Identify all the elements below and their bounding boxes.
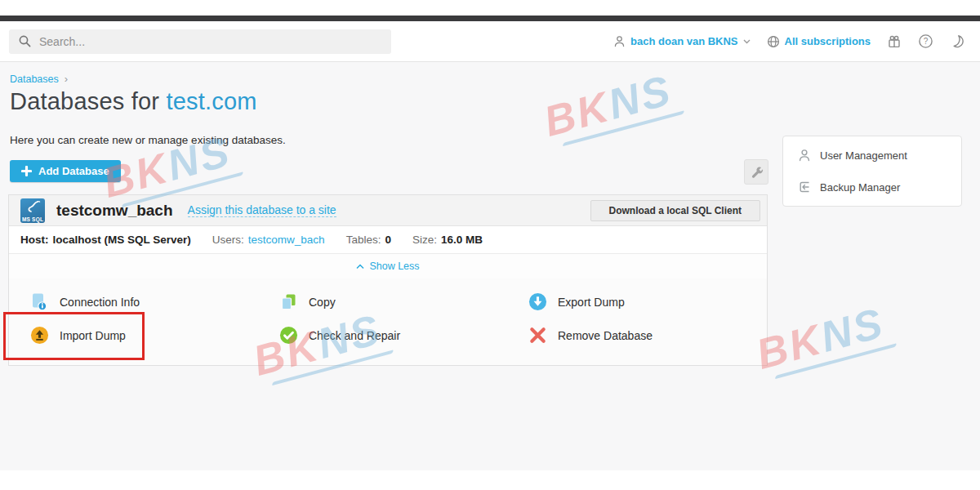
user-icon — [613, 35, 626, 47]
header-right: bach doan van BKNS All subscriptions ? — [613, 33, 964, 49]
plus-icon — [21, 166, 32, 176]
add-database-button[interactable]: Add Database — [10, 160, 121, 182]
tool-label: Remove Database — [558, 329, 653, 342]
download-sql-client-button[interactable]: Download a local SQL Client — [590, 200, 760, 221]
tool-label: Check and Repair — [309, 329, 400, 342]
tool-connection-info[interactable]: Connection Info — [29, 285, 278, 318]
promotions-gift-icon[interactable] — [887, 34, 902, 49]
backup-icon — [798, 180, 811, 194]
breadcrumb: Databases › — [10, 73, 68, 85]
sidebar-item-user-management[interactable]: User Management — [798, 149, 947, 162]
tool-copy[interactable]: Copy — [278, 285, 528, 318]
sidebar-item-label: Backup Manager — [820, 181, 900, 194]
remove-database-icon — [528, 327, 547, 344]
search-input[interactable] — [39, 35, 382, 48]
show-less-label: Show Less — [369, 261, 419, 272]
assign-database-link[interactable]: Assign this database to a site — [188, 203, 336, 217]
tool-label: Import Dump — [60, 329, 126, 342]
user-name: bach doan van BKNS — [630, 35, 737, 47]
connection-info-icon — [29, 292, 49, 311]
show-less-toggle[interactable]: Show Less — [356, 261, 419, 272]
size-label: Size: — [412, 234, 437, 246]
tool-label: Export Dump — [558, 296, 625, 309]
related-tools-card: User Management Backup Manager — [782, 136, 962, 207]
all-subscriptions-link[interactable]: All subscriptions — [767, 35, 871, 48]
header: bach doan van BKNS All subscriptions ? — [0, 21, 980, 62]
tool-remove-database[interactable]: Remove Database — [528, 318, 777, 352]
database-info-row: Host:localhost (MS SQL Server) Users:tes… — [9, 226, 767, 254]
page-title-prefix: Databases for — [10, 88, 166, 114]
mssql-badge-label: MS SQL — [20, 216, 45, 222]
breadcrumb-databases-link[interactable]: Databases — [10, 74, 59, 85]
host-label: Host: — [20, 234, 49, 246]
database-settings-button[interactable] — [744, 159, 768, 185]
tables-label: Tables: — [346, 234, 381, 246]
chevron-up-icon — [356, 264, 364, 270]
tool-export-dump[interactable]: Export Dump — [528, 285, 777, 318]
tables-value: 0 — [385, 234, 391, 246]
add-database-label: Add Database — [38, 165, 109, 177]
top-dark-bar — [0, 16, 980, 21]
dark-mode-moon-icon[interactable] — [950, 34, 964, 48]
database-tools: Connection Info Copy Export Dump Import … — [9, 278, 767, 365]
footer-area — [0, 470, 980, 490]
copy-icon — [278, 293, 298, 311]
wrench-icon — [750, 165, 764, 179]
sidebar-item-backup-manager[interactable]: Backup Manager — [798, 180, 947, 194]
mssql-icon: MS SQL — [20, 198, 45, 223]
search-box[interactable] — [9, 29, 391, 54]
all-subscriptions-label: All subscriptions — [785, 35, 871, 47]
chevron-down-icon — [743, 39, 751, 44]
tool-check-and-repair[interactable]: Check and Repair — [278, 318, 528, 352]
page-title: Databases for test.com — [10, 88, 257, 115]
check-and-repair-icon — [278, 326, 298, 345]
user-menu[interactable]: bach doan van BKNS — [613, 35, 750, 47]
globe-icon — [767, 35, 780, 48]
database-card: MS SQL testcomw_bach Assign this databas… — [8, 194, 768, 366]
database-card-header: MS SQL testcomw_bach Assign this databas… — [9, 195, 767, 226]
show-less-row: Show Less — [9, 254, 767, 278]
page-subtitle: Here you can create new or manage existi… — [10, 134, 286, 146]
tool-label: Copy — [309, 296, 336, 309]
sidebar-item-label: User Management — [820, 149, 907, 162]
import-dump-icon — [29, 326, 49, 345]
host-value: localhost (MS SQL Server) — [53, 234, 191, 246]
svg-text:?: ? — [924, 37, 929, 46]
export-dump-icon — [528, 292, 547, 311]
help-icon[interactable]: ? — [918, 33, 933, 49]
user-icon — [798, 149, 811, 162]
tool-label: Connection Info — [60, 296, 140, 309]
database-name: testcomw_bach — [56, 202, 173, 220]
users-value-link[interactable]: testcomw_bach — [248, 234, 325, 246]
search-icon — [18, 34, 32, 48]
size-value: 16.0 MB — [441, 234, 483, 246]
breadcrumb-chevron-icon: › — [65, 73, 68, 85]
users-label: Users: — [212, 234, 244, 246]
tool-import-dump[interactable]: Import Dump — [29, 318, 278, 352]
page-title-domain: test.com — [166, 88, 256, 114]
